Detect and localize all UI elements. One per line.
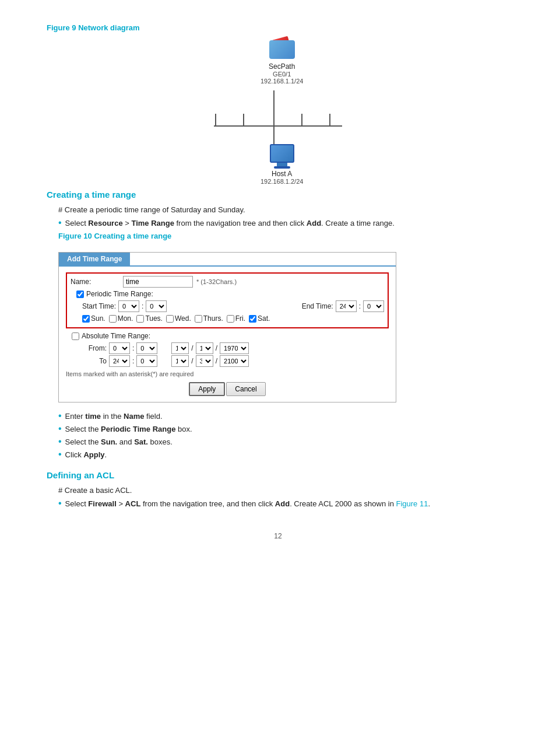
sun-checkbox-label[interactable]: Sun.: [82, 314, 105, 323]
stub2: [243, 114, 244, 127]
host-monitor: [270, 144, 294, 163]
from-month-select[interactable]: 1: [171, 342, 189, 354]
to-row: To 24 : 0 12 / 31 /: [78, 355, 389, 367]
thurs-checkbox-label[interactable]: Thurs.: [195, 314, 223, 323]
to-slash2: /: [216, 357, 217, 365]
to-hour-select[interactable]: 24: [109, 355, 130, 367]
sat-label: Sat.: [258, 314, 270, 323]
absolute-section: Absolute Time Range:: [72, 332, 389, 340]
sun-bold: Sun.: [101, 438, 117, 446]
from-year-select[interactable]: 1970: [220, 342, 249, 354]
figure10-label: Figure 10 Creating a time range: [58, 232, 509, 240]
apply-button[interactable]: Apply: [189, 382, 225, 396]
wed-checkbox-label[interactable]: Wed.: [166, 314, 191, 323]
bullet-dot-1: •: [58, 218, 62, 228]
apply-bold: Apply: [83, 450, 104, 459]
mon-checkbox[interactable]: [109, 315, 117, 323]
to-month-select[interactable]: 12: [171, 355, 189, 367]
colon1: :: [142, 302, 143, 310]
periodic-checkbox-label[interactable]: Periodic Time Range:: [76, 290, 384, 298]
end-time-label: End Time:: [302, 302, 333, 310]
sat-checkbox-label[interactable]: Sat.: [249, 314, 270, 323]
tues-label: Tues.: [145, 314, 163, 323]
thurs-checkbox[interactable]: [195, 315, 202, 323]
wed-label: Wed.: [175, 314, 191, 323]
stub3: [301, 114, 302, 127]
from-hour-select[interactable]: 0: [109, 342, 130, 354]
intro-text-acl: # Create a basic ACL.: [47, 486, 509, 495]
cancel-button[interactable]: Cancel: [226, 382, 265, 396]
to-min-select[interactable]: 0: [136, 355, 157, 367]
bullet-dot-3: •: [58, 424, 62, 434]
figure11-link[interactable]: Figure 11: [396, 499, 428, 508]
diagram-container: SecPath GE0/1 192.168.1.1/24 Host A 192.…: [185, 38, 371, 172]
creating-time-range-section: Creating a time range # Create a periodi…: [47, 190, 509, 460]
tues-checkbox-label[interactable]: Tues.: [136, 314, 163, 323]
from-min-select[interactable]: 0: [136, 342, 157, 354]
bullet-2-text: Enter time in the Name field.: [65, 412, 163, 421]
absolute-checkbox[interactable]: [72, 332, 79, 340]
timerange-bold: Time Range: [131, 219, 174, 228]
absolute-label: Absolute Time Range:: [82, 332, 150, 340]
name-label: Name:: [71, 278, 123, 286]
sun-checkbox[interactable]: [82, 315, 90, 323]
dialog-tab: Add Time Range: [59, 253, 130, 265]
host-a: Host A 192.168.1.2/24: [261, 144, 303, 185]
router-interface: GE0/1: [273, 71, 291, 78]
absolute-checkbox-label[interactable]: Absolute Time Range:: [72, 332, 389, 340]
bullet-periodic: • Select the Periodic Time Range box.: [47, 425, 509, 434]
bullet-dot-5: •: [58, 449, 62, 460]
to-day-select[interactable]: 31: [196, 355, 213, 367]
sat-checkbox[interactable]: [249, 315, 256, 323]
name-row: Name: * (1-32Chars.): [71, 276, 384, 288]
from-day-select[interactable]: 1: [196, 342, 213, 354]
fri-checkbox[interactable]: [227, 315, 234, 323]
bullet-dot-2: •: [58, 411, 62, 421]
to-year-select[interactable]: 2100: [220, 355, 249, 367]
router-box: [268, 38, 296, 61]
name-field-bold: Name: [124, 412, 144, 421]
from-label: From:: [78, 344, 107, 352]
time-bold: time: [85, 412, 101, 421]
name-input[interactable]: [123, 276, 193, 288]
acl-bold: ACL: [125, 499, 141, 508]
footer-note: Items marked with an asterisk(*) are req…: [66, 370, 389, 377]
router-body: [269, 40, 295, 59]
periodic-section: Periodic Time Range:: [76, 290, 384, 298]
fri-label: Fri.: [235, 314, 245, 323]
start-time-label: Start Time:: [82, 302, 116, 310]
bullet-sun-sat: • Select the Sun. and Sat. boxes.: [47, 438, 509, 447]
from-colon1: :: [132, 344, 134, 352]
router-name: SecPath: [269, 62, 295, 71]
stub4: [329, 114, 330, 127]
bullet-dot-4: •: [58, 436, 62, 447]
figure9-label: Figure 9 Network diagram: [47, 23, 509, 32]
end-min-select[interactable]: 0153045: [363, 300, 384, 312]
bullet-1-acl: • Select Firewall > ACL from the navigat…: [47, 499, 509, 509]
periodic-checkbox[interactable]: [76, 290, 84, 298]
intro-text-creating: # Create a periodic time range of Saturd…: [47, 205, 509, 214]
network-diagram: SecPath GE0/1 192.168.1.1/24 Host A 192.…: [47, 38, 509, 172]
end-hour-select[interactable]: 2401: [336, 300, 357, 312]
time-row: Start Time: 012 : 0153045 End Time: 2401: [82, 300, 384, 312]
sat-bold: Sat.: [134, 438, 148, 446]
bullet-3-text: Select the Periodic Time Range box.: [65, 425, 192, 433]
to-label: To: [78, 357, 107, 365]
start-hour-select[interactable]: 012: [118, 300, 139, 312]
mon-label: Mon.: [118, 314, 133, 323]
figure9-section: Figure 9 Network diagram SecPath GE0/1 1…: [47, 23, 509, 172]
wed-checkbox[interactable]: [166, 315, 174, 323]
vert-line-to-host: [273, 127, 275, 144]
bullet-1-creating: • Select Resource > Time Range from the …: [47, 219, 509, 228]
sun-label: Sun.: [91, 314, 105, 323]
tues-checkbox[interactable]: [136, 315, 144, 323]
to-colon1: :: [132, 357, 134, 365]
add-bold: Add: [307, 219, 321, 228]
from-slash1: /: [191, 344, 193, 352]
router-ip: 192.168.1.1/24: [261, 78, 303, 85]
periodic-bold: Periodic Time Range: [101, 425, 175, 433]
secpath-router: SecPath GE0/1 192.168.1.1/24: [261, 38, 303, 85]
start-min-select[interactable]: 0153045: [146, 300, 167, 312]
mon-checkbox-label[interactable]: Mon.: [109, 314, 133, 323]
fri-checkbox-label[interactable]: Fri.: [227, 314, 245, 323]
